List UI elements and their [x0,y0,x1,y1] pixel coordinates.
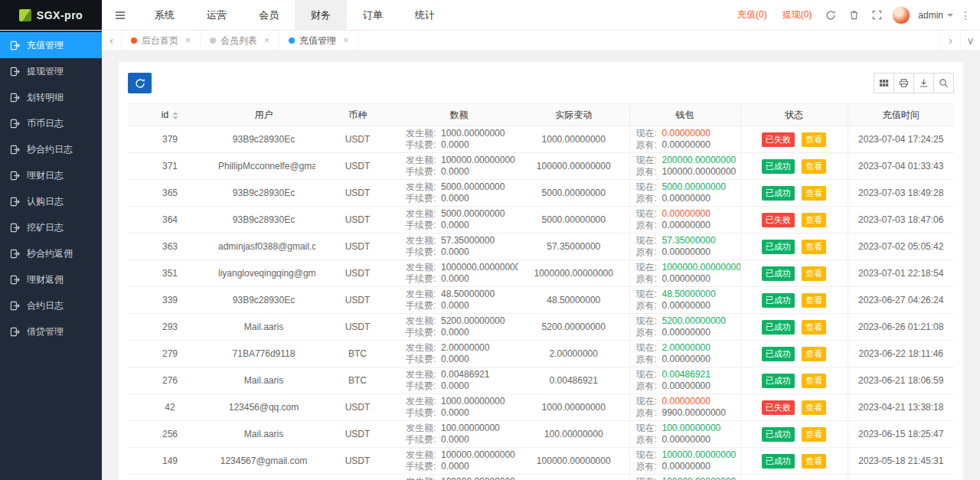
tab[interactable]: 后台首页 × [122,31,201,51]
view-button[interactable]: 查看 [802,213,826,227]
sidebar-item-理财日志[interactable]: 理财日志 [0,162,102,188]
table-row: 42 123456@qq.com USDT 发生额: 1000.00000000… [128,394,954,421]
table-row: 256 Mail.aaris USDT 发生额: 100.00000000 手续… [128,421,954,448]
status-badge: 已成功 [762,427,795,442]
cell-id: 365 [128,180,212,207]
cell-coin: USDT [315,207,400,233]
view-button[interactable]: 查看 [802,454,826,469]
sidebar-item-借贷管理[interactable]: 借贷管理 [0,318,102,344]
view-button[interactable]: 查看 [802,186,826,201]
cell-change: 5000.00000000 [518,207,629,233]
tab-close-icon[interactable]: × [343,35,348,46]
view-button[interactable]: 查看 [802,427,826,442]
cell-id: 339 [128,287,212,314]
cell-id: 379 [128,126,212,153]
sidebar-item-充值管理[interactable]: 充值管理 [0,32,102,58]
table-row: 113 71BA776d9118 USDT 发生额: 100000.000000… [128,475,954,480]
tab-scroll-left-icon[interactable]: ‹ [102,31,122,51]
cell-id: 363 [128,233,212,260]
cell-change: 100000.00000000 [518,475,629,480]
status-badge: 已成功 [762,320,795,335]
cell-time: 2023-07-02 05:05:42 [848,233,954,260]
export-icon[interactable] [913,73,934,93]
cell-change: 100000.00000000 [518,153,629,180]
refresh-icon[interactable] [819,0,842,31]
search-icon[interactable] [933,73,954,93]
cell-time: 2023-05-16 22:50:58 [848,475,954,480]
sidebar-item-label: 挖矿日志 [27,221,64,234]
view-button[interactable]: 查看 [802,374,826,388]
clear-cache-icon[interactable] [842,0,865,31]
view-button[interactable]: 查看 [802,400,826,415]
top-nav-item[interactable]: 财务 [295,0,347,30]
menu-item-icon [10,249,20,259]
cell-status: 已成功 查看 [740,260,848,287]
columns-filter-icon[interactable] [874,73,894,93]
top-nav-item[interactable]: 会员 [243,0,295,30]
menu-collapse-icon[interactable] [102,0,139,30]
table-row: 149 1234567@gmail.com USDT 发生额: 100000.0… [128,448,954,475]
top-nav-item[interactable]: 订单 [347,0,399,30]
tab[interactable]: 会员列表 × [201,31,279,51]
avatar[interactable] [892,6,910,24]
cell-coin: USDT [315,153,400,180]
tab[interactable]: 充值管理 × [279,31,358,51]
view-button[interactable]: 查看 [802,132,826,147]
tab-bar: ‹ 后台首页 × 会员列表 × 充值管理 × › ∨ [102,31,980,51]
recharge-link[interactable]: 充值(0) [730,8,775,21]
top-nav-item[interactable]: 运营 [191,0,243,30]
sidebar-item-秒合约返佣[interactable]: 秒合约返佣 [0,240,102,266]
view-button[interactable]: 查看 [802,347,826,361]
print-icon[interactable] [893,73,914,93]
cell-user: 71BA776d9118 [212,475,315,480]
tab-close-icon[interactable]: × [185,35,191,46]
sidebar-item-label: 理财日志 [27,169,64,182]
cell-status: 已成功 查看 [740,180,848,207]
cell-time: 2023-07-04 17:24:25 [848,126,954,153]
cell-id: 149 [128,448,212,475]
view-button[interactable]: 查看 [802,240,826,254]
view-button[interactable]: 查看 [802,266,826,281]
cell-wallet: 现在: 0.00000000 原有: 0.00000000 [629,126,740,153]
sidebar-item-理财返佣[interactable]: 理财返佣 [0,266,102,292]
sidebar-item-划转明细[interactable]: 划转明细 [0,84,102,110]
cell-wallet: 现在: 0.00486921 原有: 0.00000000 [629,367,740,394]
tab-scroll-right-icon[interactable]: › [940,31,960,51]
menu-item-icon [10,145,20,155]
more-menu-icon[interactable]: ⋮ [957,9,974,21]
view-button[interactable]: 查看 [802,293,826,308]
cell-amount: 发生额: 100000.00000000 手续费: 0.0000 [400,475,518,480]
cell-user: adminjasf0388@gmail.c... [212,233,315,260]
cell-coin: USDT [315,448,400,475]
sidebar-item-合约日志[interactable]: 合约日志 [0,292,102,318]
table-row: 363 adminjasf0388@gmail.c... USDT 发生额: 5… [128,233,954,260]
menu-item-icon [10,327,20,337]
top-header: SGX-pro 系统运营会员财务订单统计 充值(0) 提现(0) admin ⋮ [0,0,980,31]
sidebar-item-秒合约日志[interactable]: 秒合约日志 [0,136,102,162]
status-badge: 已失败 [762,132,795,147]
sidebar-item-认购日志[interactable]: 认购日志 [0,188,102,214]
cell-coin: USDT [315,260,400,287]
top-nav-item[interactable]: 系统 [139,0,191,30]
refresh-table-button[interactable] [128,73,152,93]
menu-item-icon [10,119,20,129]
cell-wallet: 现在: 5000.00000000 原有: 0.00000000 [629,180,740,207]
view-button[interactable]: 查看 [802,159,826,174]
withdraw-link[interactable]: 提现(0) [775,8,820,21]
admin-dropdown[interactable]: admin [914,10,957,21]
brand-logo[interactable]: SGX-pro [0,0,102,30]
sidebar-item-label: 划转明细 [27,91,64,104]
fullscreen-icon[interactable] [865,0,888,31]
tab-close-icon[interactable]: × [264,35,270,46]
cell-change: 0.00486921 [518,367,629,394]
sidebar-item-挖矿日志[interactable]: 挖矿日志 [0,214,102,240]
top-nav-item[interactable]: 统计 [399,0,451,30]
menu-item-icon [10,301,20,311]
sidebar-item-币币日志[interactable]: 币币日志 [0,110,102,136]
cell-time: 2023-05-18 21:45:31 [848,448,954,475]
sidebar-item-提现管理[interactable]: 提现管理 [0,58,102,84]
view-button[interactable]: 查看 [802,320,826,335]
sort-icon[interactable] [172,112,178,119]
column-header-id[interactable]: id [128,104,212,126]
tab-operations-icon[interactable]: ∨ [960,31,980,51]
